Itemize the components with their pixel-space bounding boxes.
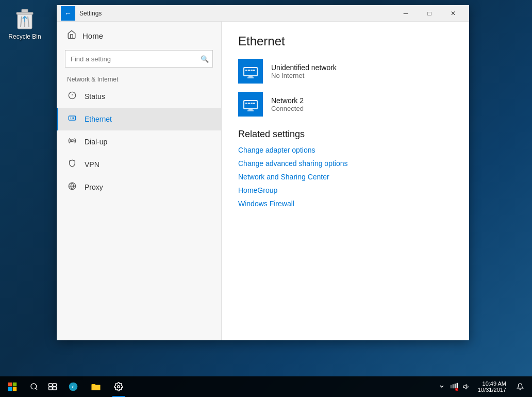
svg-point-36 [31, 384, 37, 389]
svg-rect-20 [245, 70, 247, 71]
network-icon-1 [238, 59, 263, 84]
svg-point-13 [71, 140, 73, 142]
svg-rect-29 [248, 103, 250, 104]
notification-center-button[interactable] [512, 376, 528, 397]
close-button[interactable]: ✕ [441, 5, 465, 22]
recycle-bin-label: Recycle Bin [8, 33, 41, 40]
svg-marker-52 [463, 385, 466, 389]
window-title: Settings [79, 10, 394, 17]
svg-rect-31 [253, 103, 255, 104]
svg-rect-47 [455, 384, 456, 388]
proxy-icon [67, 182, 77, 192]
home-button[interactable]: Home [57, 22, 221, 50]
network-info-1: Unidentified network No Internet [271, 63, 337, 79]
svg-rect-41 [53, 387, 57, 390]
tray-sound-icon[interactable] [461, 382, 472, 392]
taskbar: e [0, 376, 532, 397]
link-sharing-center[interactable]: Network and Sharing Center [238, 173, 453, 181]
svg-rect-38 [49, 384, 53, 386]
taskbar-search-button[interactable] [25, 376, 43, 397]
sidebar-item-ethernet-label: Ethernet [85, 115, 112, 123]
back-button[interactable]: ← [61, 6, 75, 21]
svg-rect-1 [16, 12, 33, 14]
search-input[interactable] [65, 50, 213, 68]
sidebar-item-vpn-label: VPN [85, 160, 99, 169]
desktop: Recycle Bin ← Settings ─ □ ✕ [0, 0, 532, 397]
taskbar-tray: 10:49 AM 10/31/2017 [437, 376, 532, 397]
search-icon: 🔍 [201, 55, 209, 63]
svg-rect-35 [13, 387, 17, 391]
start-button[interactable] [0, 376, 25, 397]
network-status-1: No Internet [271, 72, 337, 79]
page-title: Ethernet [238, 34, 453, 48]
svg-rect-30 [251, 103, 253, 104]
sidebar-item-ethernet[interactable]: Ethernet [57, 108, 221, 130]
network-icon-2 [238, 92, 263, 117]
svg-text:e: e [72, 384, 75, 389]
link-change-adapter[interactable]: Change adapter options [238, 146, 453, 154]
minimize-button[interactable]: ─ [394, 5, 418, 22]
link-firewall[interactable]: Windows Firewall [238, 200, 453, 208]
settings-window: ← Settings ─ □ ✕ [57, 5, 469, 340]
svg-rect-32 [8, 383, 12, 387]
link-advanced-sharing[interactable]: Change advanced sharing options [238, 159, 453, 168]
taskbar-app-ie[interactable]: e [62, 376, 85, 397]
svg-rect-33 [13, 383, 17, 387]
window-body: Home 🔍 Network & Internet [57, 22, 469, 340]
taskbar-apps: e [62, 376, 437, 397]
title-bar: ← Settings ─ □ ✕ [57, 5, 469, 22]
tray-network-icon[interactable] [449, 382, 459, 392]
network-card-1[interactable]: Unidentified network No Internet [238, 59, 453, 84]
taskbar-clock[interactable]: 10:49 AM 10/31/2017 [474, 381, 510, 393]
window-controls: ─ □ ✕ [394, 5, 465, 22]
svg-rect-46 [453, 384, 454, 388]
sidebar-item-status-label: Status [85, 92, 105, 101]
svg-rect-17 [244, 68, 257, 75]
svg-rect-27 [247, 110, 254, 111]
svg-rect-26 [248, 109, 253, 110]
taskbar-app-explorer[interactable] [85, 376, 107, 397]
network-card-2[interactable]: Network 2 Connected [238, 92, 453, 117]
sidebar-item-proxy[interactable]: Proxy [57, 176, 221, 198]
network-status-2: Connected [271, 105, 304, 112]
network-name-2: Network 2 [271, 96, 304, 105]
clock-time: 10:49 AM [483, 381, 506, 387]
link-homegroup[interactable]: HomeGroup [238, 186, 453, 194]
section-label: Network & Internet [57, 72, 221, 85]
ethernet-icon [67, 114, 77, 124]
svg-rect-2 [22, 9, 28, 12]
home-label: Home [82, 31, 103, 40]
sidebar-search-container: 🔍 [65, 50, 213, 68]
sidebar-item-dialup-label: Dial-up [85, 138, 107, 146]
svg-rect-21 [248, 70, 250, 71]
home-icon [67, 30, 76, 42]
dialup-icon [67, 137, 77, 147]
sidebar-item-proxy-label: Proxy [85, 183, 103, 191]
sidebar-item-dialup[interactable]: Dial-up [57, 130, 221, 153]
sidebar-item-status[interactable]: Status [57, 85, 221, 108]
task-view-button[interactable] [43, 376, 62, 397]
svg-rect-25 [244, 101, 257, 108]
svg-rect-28 [245, 103, 247, 104]
svg-rect-18 [248, 76, 253, 77]
svg-point-44 [118, 386, 120, 388]
svg-rect-45 [451, 385, 452, 389]
sidebar-item-vpn[interactable]: VPN [57, 153, 221, 176]
svg-rect-39 [53, 384, 57, 386]
sidebar: Home 🔍 Network & Internet [57, 22, 222, 340]
recycle-bin-icon[interactable]: Recycle Bin [4, 4, 45, 42]
svg-rect-48 [457, 383, 458, 389]
tray-chevron[interactable] [437, 382, 447, 392]
svg-rect-23 [253, 70, 255, 71]
sidebar-nav: Status Ethernet [57, 85, 221, 340]
vpn-icon [67, 159, 77, 170]
network-name-1: Unidentified network [271, 63, 337, 72]
svg-rect-34 [8, 387, 12, 391]
taskbar-app-settings[interactable] [107, 376, 130, 397]
related-settings-title: Related settings [238, 129, 453, 140]
maximize-button[interactable]: □ [418, 5, 441, 22]
network-info-2: Network 2 Connected [271, 96, 304, 112]
svg-rect-19 [247, 77, 254, 78]
svg-rect-40 [49, 387, 53, 390]
svg-rect-22 [251, 70, 253, 71]
